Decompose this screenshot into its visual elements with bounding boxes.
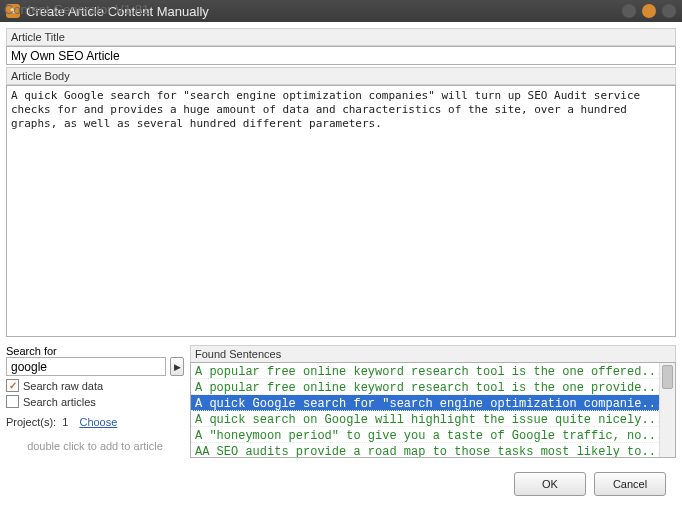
- search-raw-label: Search raw data: [23, 380, 103, 392]
- cancel-button[interactable]: Cancel: [594, 472, 666, 496]
- background-app-title: Content Generator V1.81: [4, 2, 149, 17]
- found-row[interactable]: A quick search on Google will highlight …: [191, 411, 675, 427]
- search-raw-checkbox[interactable]: Search raw data: [6, 379, 184, 392]
- found-row[interactable]: A "honeymoon period" to give you a taste…: [191, 427, 675, 443]
- minimize-button[interactable]: [622, 4, 636, 18]
- search-articles-checkbox[interactable]: Search articles: [6, 395, 184, 408]
- found-row[interactable]: A popular free online keyword research t…: [191, 379, 675, 395]
- search-for-label: Search for: [6, 345, 184, 357]
- ok-button[interactable]: OK: [514, 472, 586, 496]
- found-sentences-list[interactable]: A popular free online keyword research t…: [190, 362, 676, 458]
- projects-label: Project(s):: [6, 416, 56, 428]
- play-icon: ▶: [174, 362, 181, 372]
- article-title-label: Article Title: [6, 28, 676, 46]
- search-input[interactable]: [6, 357, 166, 376]
- maximize-button[interactable]: [642, 4, 656, 18]
- projects-count: 1: [62, 416, 68, 428]
- found-sentences-header: Found Sentences: [190, 345, 676, 362]
- found-row[interactable]: AA SEO audits provide a road map to thos…: [191, 443, 675, 458]
- projects-row: Project(s): 1 Choose: [6, 416, 184, 428]
- article-title-input[interactable]: [6, 46, 676, 65]
- checkbox-icon: [6, 379, 19, 392]
- found-row[interactable]: A quick Google search for "search engine…: [191, 395, 675, 411]
- checkbox-icon: [6, 395, 19, 408]
- search-articles-label: Search articles: [23, 396, 96, 408]
- hint-text: double click to add to article: [6, 440, 184, 452]
- close-button[interactable]: [662, 4, 676, 18]
- scrollbar[interactable]: [659, 363, 675, 457]
- article-body-label: Article Body: [6, 67, 676, 85]
- choose-link[interactable]: Choose: [79, 416, 117, 428]
- found-row[interactable]: A popular free online keyword research t…: [191, 363, 675, 379]
- article-body-textarea[interactable]: [6, 85, 676, 337]
- search-go-button[interactable]: ▶: [170, 357, 184, 376]
- scrollbar-thumb[interactable]: [662, 365, 673, 389]
